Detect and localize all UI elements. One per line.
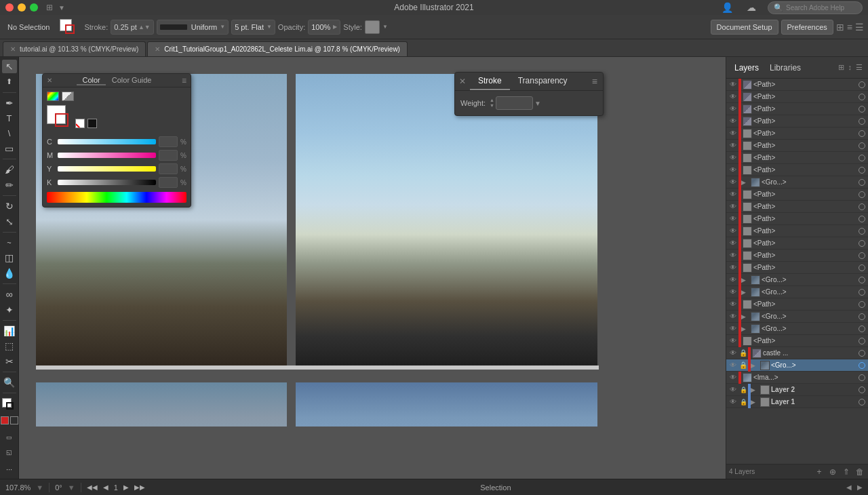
prev-artboard-button[interactable]: ◀◀	[87, 483, 98, 491]
document-setup-button[interactable]: Document Setup	[711, 20, 778, 35]
direct-selection-tool[interactable]: ⬆	[2, 75, 17, 88]
layer-target-14[interactable]	[859, 252, 865, 259]
layer-row-5[interactable]: 👁 <Path>	[726, 140, 868, 152]
eye-icon-4[interactable]: 👁	[728, 130, 738, 137]
expand-20[interactable]: ▶	[741, 325, 749, 332]
layer-row-15[interactable]: 👁 <Path>	[726, 262, 868, 274]
eyedropper-tool[interactable]: 💧	[2, 266, 17, 280]
weight-input[interactable]: 0.25 pt	[496, 96, 533, 110]
layer-target-castle[interactable]	[859, 350, 865, 357]
layer-row-6[interactable]: 👁 <Path>	[726, 152, 868, 164]
move-to-new-button[interactable]: ⇑	[841, 467, 852, 477]
eye-icon-18[interactable]: 👁	[728, 300, 738, 308]
eye-icon-14[interactable]: 👁	[728, 252, 738, 259]
layer-row-20[interactable]: 👁 ▶ <Gro...>	[726, 323, 868, 335]
layer-target-8[interactable]	[859, 179, 865, 186]
draw-normal-mode[interactable]: ▭	[2, 430, 17, 445]
eye-icon-3[interactable]: 👁	[728, 117, 738, 125]
eye-icon-1[interactable]: 👁	[728, 93, 738, 100]
eye-icon-16[interactable]: 👁	[728, 276, 738, 283]
layer-row-10[interactable]: 👁 <Path>	[726, 201, 868, 213]
eye-icon-selected[interactable]: 👁	[728, 361, 738, 369]
layers-list[interactable]: 👁 <Path> 👁 <Path> 👁 <Path>	[726, 79, 868, 464]
eye-icon-image[interactable]: 👁	[728, 374, 738, 381]
weight-down-arrow[interactable]: ▼	[490, 103, 494, 108]
layer-row-16[interactable]: 👁 ▶ <Gro...>	[726, 274, 868, 286]
preferences-button[interactable]: Preferences	[781, 20, 833, 35]
stroke-panel-menu-icon[interactable]: ≡	[592, 76, 597, 87]
lock-icon-layer2[interactable]: 🔒	[738, 387, 748, 393]
expand-17[interactable]: ▶	[741, 289, 749, 296]
column-graph-tool[interactable]: 📊	[2, 324, 17, 338]
eye-icon-7[interactable]: 👁	[728, 166, 738, 174]
minimize-button[interactable]	[18, 3, 26, 12]
layer-row-castle[interactable]: 👁 🔒 castle ...	[726, 347, 868, 359]
tab-close-icon-2[interactable]: ✕	[155, 45, 160, 53]
fill-stroke-small[interactable]	[2, 398, 17, 412]
tab-color[interactable]: Color	[77, 76, 105, 85]
layer-target-9[interactable]	[859, 191, 865, 198]
layer-target-20[interactable]	[859, 325, 865, 332]
layer-target-2[interactable]	[859, 106, 865, 113]
close-button[interactable]	[5, 3, 14, 12]
lock-icon-selected[interactable]: 🔒	[738, 361, 748, 369]
fill-stroke-indicator[interactable]	[58, 18, 79, 37]
eye-icon-13[interactable]: 👁	[728, 239, 738, 247]
layer-row-1[interactable]: 👁 <Path>	[726, 91, 868, 103]
paintbrush-tool[interactable]: 🖌	[2, 163, 17, 176]
layer-row-13[interactable]: 👁 <Path>	[726, 237, 868, 250]
layer-target-layer2[interactable]	[859, 387, 865, 393]
panel-icon[interactable]: ≡	[847, 22, 852, 33]
panel-sort-icon[interactable]: ↕	[848, 63, 852, 72]
layer-target-6[interactable]	[859, 155, 865, 161]
eye-icon-2[interactable]: 👁	[728, 105, 738, 113]
eye-icon-15[interactable]: 👁	[728, 264, 738, 271]
eye-icon-20[interactable]: 👁	[728, 325, 738, 332]
pencil-tool[interactable]: ✏	[2, 178, 17, 192]
tab-crit[interactable]: ✕ Crit1_TutorialGroup1_A0202862L_Celeste…	[147, 41, 408, 56]
layer-target-18[interactable]	[859, 301, 865, 308]
next-artboard-button[interactable]: ▶▶	[134, 483, 145, 491]
slice-tool[interactable]: ✂	[2, 354, 17, 368]
none-icon[interactable]	[75, 119, 85, 128]
stroke-tab[interactable]: Stroke	[470, 73, 510, 90]
warp-tool[interactable]: ~	[2, 236, 17, 250]
lock-icon-castle[interactable]: 🔒	[738, 349, 748, 357]
panel-view-icon[interactable]: ⊞	[838, 63, 844, 72]
menu-icon[interactable]: ☰	[855, 22, 864, 33]
canvas-next-icon[interactable]: ▶	[857, 483, 863, 491]
type-tool[interactable]: T	[2, 111, 17, 125]
layer-target-4[interactable]	[859, 130, 865, 137]
layer-target-5[interactable]	[859, 142, 865, 149]
eye-icon-12[interactable]: 👁	[728, 227, 738, 235]
lock-icon-layer1[interactable]: 🔒	[738, 399, 748, 405]
layer-target-13[interactable]	[859, 240, 865, 247]
expand-19[interactable]: ▶	[741, 313, 749, 320]
selection-tool[interactable]: ↖	[2, 60, 17, 73]
zoom-arrow[interactable]: ▼	[36, 483, 43, 492]
layer-row-selected[interactable]: 👁 🔒 ▶ <Gro...>	[726, 359, 868, 372]
eye-icon-0[interactable]: 👁	[728, 81, 738, 88]
stroke-swatch[interactable]	[65, 24, 75, 34]
color-panel-menu[interactable]: ≡	[182, 76, 186, 85]
eye-icon-21[interactable]: 👁	[728, 337, 738, 344]
angle-arrow[interactable]: ▼	[68, 483, 75, 492]
rotate-tool[interactable]: ↻	[2, 199, 17, 213]
swatch-stack[interactable]	[47, 105, 73, 131]
next-button[interactable]: ▶	[123, 483, 129, 491]
line-tool[interactable]: \	[2, 127, 17, 140]
layer-target-17[interactable]	[859, 289, 865, 296]
y-value-input[interactable]	[159, 163, 178, 174]
new-sub-layer-button[interactable]: ⊕	[827, 467, 838, 477]
eye-icon-19[interactable]: 👁	[728, 313, 738, 320]
k-slider[interactable]	[58, 180, 156, 185]
layer-row-3[interactable]: 👁 <Path>	[726, 115, 868, 127]
arrange-icon[interactable]: ⊞	[836, 22, 844, 33]
layer-row-11[interactable]: 👁 <Path>	[726, 213, 868, 225]
layer-target-3[interactable]	[859, 118, 865, 125]
grayscale-mode-icon[interactable]	[62, 92, 74, 101]
eye-icon-8[interactable]: 👁	[728, 178, 738, 186]
layer-row-7[interactable]: 👁 <Path>	[726, 164, 868, 176]
libraries-tab[interactable]: Libraries	[767, 60, 804, 75]
y-slider[interactable]	[58, 166, 156, 172]
